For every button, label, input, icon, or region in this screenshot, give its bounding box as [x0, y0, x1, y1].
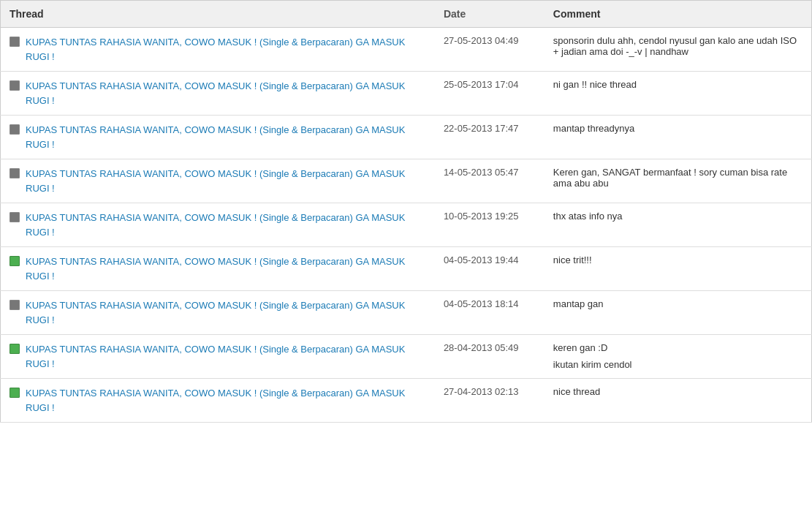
thread-title: KUPAS TUNTAS RAHASIA WANITA, COWO MASUK … — [26, 37, 405, 62]
table-row: KUPAS TUNTAS RAHASIA WANITA, COWO MASUK … — [1, 379, 812, 423]
thread-cell: KUPAS TUNTAS RAHASIA WANITA, COWO MASUK … — [1, 28, 435, 72]
comment-cell: thx atas info nya — [545, 203, 812, 247]
thread-status-icon — [10, 80, 20, 93]
comment-cell: Keren gan, SANGAT bermanfaat ! sory cuma… — [545, 159, 812, 203]
thread-cell: KUPAS TUNTAS RAHASIA WANITA, COWO MASUK … — [1, 116, 435, 159]
comment-cell: keren gan :Dikutan kirim cendol — [545, 335, 812, 379]
table-row: KUPAS TUNTAS RAHASIA WANITA, COWO MASUK … — [1, 159, 812, 203]
thread-title: KUPAS TUNTAS RAHASIA WANITA, COWO MASUK … — [26, 212, 405, 238]
thread-status-icon — [10, 300, 20, 312]
date-cell: 04-05-2013 19:44 — [435, 247, 545, 291]
thread-status-icon — [10, 344, 20, 356]
thread-status-icon — [10, 124, 20, 137]
thread-title: KUPAS TUNTAS RAHASIA WANITA, COWO MASUK … — [26, 300, 405, 325]
date-cell: 28-04-2013 05:49 — [435, 335, 545, 379]
thread-cell: KUPAS TUNTAS RAHASIA WANITA, COWO MASUK … — [1, 379, 435, 423]
table-row: KUPAS TUNTAS RAHASIA WANITA, COWO MASUK … — [1, 116, 812, 159]
date-cell: 04-05-2013 18:14 — [435, 291, 545, 335]
thread-status-icon — [10, 212, 20, 224]
comment-cell: nice trit!!! — [545, 247, 812, 291]
thread-cell: KUPAS TUNTAS RAHASIA WANITA, COWO MASUK … — [1, 247, 435, 291]
date-cell: 27-05-2013 04:49 — [435, 28, 545, 72]
thread-title: KUPAS TUNTAS RAHASIA WANITA, COWO MASUK … — [26, 124, 405, 150]
table-row: KUPAS TUNTAS RAHASIA WANITA, COWO MASUK … — [1, 203, 812, 247]
comment-cell: sponsorin dulu ahh, cendol nyusul gan ka… — [545, 28, 812, 72]
comment-cell: mantap gan — [545, 291, 812, 335]
thread-title: KUPAS TUNTAS RAHASIA WANITA, COWO MASUK … — [26, 256, 405, 282]
table-row: KUPAS TUNTAS RAHASIA WANITA, COWO MASUK … — [1, 28, 812, 72]
date-cell: 25-05-2013 17:04 — [435, 72, 545, 116]
column-header-date: Date — [435, 1, 545, 28]
thread-cell: KUPAS TUNTAS RAHASIA WANITA, COWO MASUK … — [1, 335, 435, 379]
column-header-comment: Comment — [545, 1, 812, 28]
thread-cell: KUPAS TUNTAS RAHASIA WANITA, COWO MASUK … — [1, 291, 435, 335]
comment-cell: ni gan !! nice thread — [545, 72, 812, 116]
thread-status-icon — [10, 168, 20, 181]
table-row: KUPAS TUNTAS RAHASIA WANITA, COWO MASUK … — [1, 291, 812, 335]
date-cell: 10-05-2013 19:25 — [435, 203, 545, 247]
comment-cell: nice thread — [545, 379, 812, 423]
thread-status-icon — [10, 256, 20, 268]
thread-title: KUPAS TUNTAS RAHASIA WANITA, COWO MASUK … — [26, 344, 405, 369]
date-cell: 14-05-2013 05:47 — [435, 159, 545, 203]
thread-table: Thread Date Comment KUPAS TUNTAS RAHASIA… — [0, 0, 812, 423]
date-cell: 27-04-2013 02:13 — [435, 379, 545, 423]
thread-title: KUPAS TUNTAS RAHASIA WANITA, COWO MASUK … — [26, 388, 405, 413]
table-row: KUPAS TUNTAS RAHASIA WANITA, COWO MASUK … — [1, 335, 812, 379]
thread-status-icon — [10, 388, 20, 400]
comment-cell: mantap threadynya — [545, 116, 812, 159]
date-cell: 22-05-2013 17:47 — [435, 116, 545, 159]
thread-link[interactable]: KUPAS TUNTAS RAHASIA WANITA, COWO MASUK … — [26, 80, 405, 106]
table-row: KUPAS TUNTAS RAHASIA WANITA, COWO MASUK … — [1, 247, 812, 291]
table-row: KUPAS TUNTAS RAHASIA WANITA, COWO MASUK … — [1, 72, 812, 116]
thread-cell: KUPAS TUNTAS RAHASIA WANITA, COWO MASUK … — [1, 159, 435, 203]
column-header-thread: Thread — [1, 1, 435, 28]
thread-title: KUPAS TUNTAS RAHASIA WANITA, COWO MASUK … — [26, 168, 405, 194]
thread-status-icon — [10, 37, 20, 49]
thread-cell: KUPAS TUNTAS RAHASIA WANITA, COWO MASUK … — [1, 72, 435, 116]
thread-cell: KUPAS TUNTAS RAHASIA WANITA, COWO MASUK … — [1, 203, 435, 247]
